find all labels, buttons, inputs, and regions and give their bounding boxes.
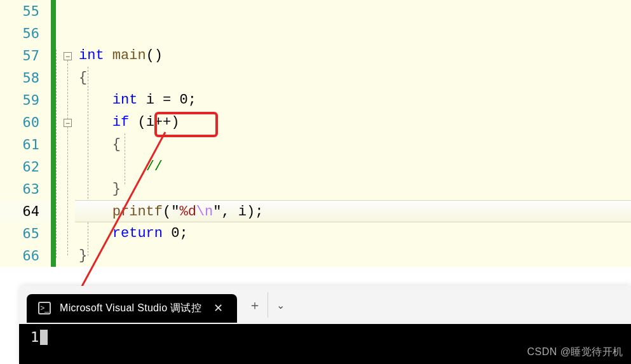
terminal-tab-active[interactable]: >_ Microsoft Visual Studio 调试控 ✕ bbox=[27, 294, 237, 323]
code-line[interactable]: int i = 0; bbox=[75, 89, 631, 111]
terminal-icon: >_ bbox=[38, 302, 51, 314]
annotation-highlight bbox=[154, 112, 218, 137]
watermark: CSDN @睡觉待开机 bbox=[527, 346, 623, 359]
fold-column: − − bbox=[62, 0, 75, 267]
line-number: 62 bbox=[0, 156, 51, 178]
terminal-tab-title: Microsoft Visual Studio 调试控 bbox=[60, 302, 201, 315]
terminal-output: 1 bbox=[31, 329, 39, 345]
code-line[interactable] bbox=[75, 0, 631, 22]
line-number: 59 bbox=[0, 89, 51, 111]
line-number: 57 bbox=[0, 44, 51, 67]
fold-toggle[interactable]: − bbox=[64, 52, 72, 60]
terminal-window: >_ Microsoft Visual Studio 调试控 ✕ ＋ ⌄ 1 C… bbox=[19, 286, 631, 364]
code-line[interactable]: int main() bbox=[75, 44, 631, 67]
new-tab-button[interactable]: ＋ bbox=[242, 292, 268, 318]
code-line[interactable]: } bbox=[75, 178, 631, 200]
code-editor: 55 56 57 58 59 60 61 62 63 64 65 66 − − … bbox=[0, 0, 631, 267]
line-number: 63 bbox=[0, 178, 51, 200]
fold-toggle[interactable]: − bbox=[64, 119, 72, 127]
code-line[interactable]: return 0; bbox=[75, 222, 631, 245]
line-number: 65 bbox=[0, 222, 51, 245]
code-line[interactable] bbox=[75, 22, 631, 44]
change-margin bbox=[51, 0, 62, 267]
line-number: 60 bbox=[0, 111, 51, 133]
terminal-tab-bar: >_ Microsoft Visual Studio 调试控 ✕ ＋ ⌄ bbox=[19, 286, 631, 324]
terminal-cursor bbox=[40, 330, 48, 345]
line-number: 58 bbox=[0, 67, 51, 89]
line-number: 56 bbox=[0, 22, 51, 44]
close-icon[interactable]: ✕ bbox=[210, 300, 226, 316]
line-number: 55 bbox=[0, 0, 51, 22]
code-line[interactable]: { bbox=[75, 67, 631, 89]
line-number-current: 64 bbox=[0, 200, 51, 222]
code-area[interactable]: int main() { int i = 0; if (i++) { // } … bbox=[75, 0, 631, 267]
line-number: 61 bbox=[0, 133, 51, 156]
code-line-current[interactable]: printf("%d\n", i); bbox=[75, 200, 631, 222]
line-gutter: 55 56 57 58 59 60 61 62 63 64 65 66 bbox=[0, 0, 51, 267]
code-line[interactable]: // bbox=[75, 156, 631, 178]
tab-dropdown-button[interactable]: ⌄ bbox=[268, 292, 293, 318]
code-line[interactable]: } bbox=[75, 245, 631, 267]
line-number: 66 bbox=[0, 245, 51, 267]
terminal-body[interactable]: 1 CSDN @睡觉待开机 bbox=[19, 324, 631, 364]
